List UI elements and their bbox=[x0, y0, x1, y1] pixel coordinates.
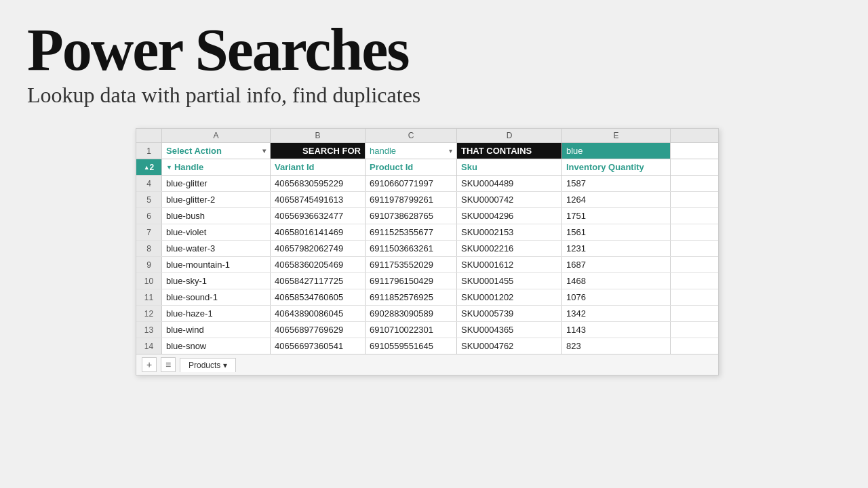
product-id-data-cell: 6911753552029 bbox=[366, 257, 457, 272]
qty-data-cell: 1143 bbox=[562, 322, 671, 338]
variant-id-data-cell: 40658534760605 bbox=[271, 289, 366, 305]
col-letters-row: A B C D E bbox=[136, 129, 718, 143]
table-row: 7 blue-violet 40658016141469 69115253556… bbox=[136, 224, 718, 241]
handle-dropdown-icon[interactable]: ▾ bbox=[449, 147, 452, 155]
row-num-cell: 13 bbox=[136, 322, 162, 338]
variant-id-data-cell: 40658745491613 bbox=[271, 192, 366, 207]
product-id-data-cell: 6910559551645 bbox=[366, 338, 457, 354]
sheet-list-button[interactable]: ≡ bbox=[161, 357, 176, 372]
page-title: Power Searches bbox=[27, 20, 420, 80]
variant-id-data-cell: 40643890086045 bbox=[271, 306, 366, 321]
sku-data-cell: SKU0004489 bbox=[457, 176, 562, 191]
sku-data-cell: SKU0000742 bbox=[457, 192, 562, 207]
product-id-data-cell: 6911852576925 bbox=[366, 289, 457, 305]
handle-cell[interactable]: handle ▾ bbox=[366, 143, 457, 159]
blue-value: blue bbox=[566, 146, 583, 156]
handle-data-cell: blue-sky-1 bbox=[162, 273, 271, 289]
row-num-cell: 12 bbox=[136, 306, 162, 321]
handle-data-cell: blue-wind bbox=[162, 322, 271, 338]
qty-data-cell: 1076 bbox=[562, 289, 671, 305]
sort-down-icon: ▼ bbox=[166, 164, 172, 171]
qty-data-cell: 1264 bbox=[562, 192, 671, 207]
table-row: 11 blue-sound-1 40658534760605 691185257… bbox=[136, 289, 718, 306]
table-row: 13 blue-wind 40656897769629 691071002230… bbox=[136, 322, 718, 338]
col-header-a: A bbox=[162, 129, 271, 142]
variant-id-data-cell: 40656936632477 bbox=[271, 208, 366, 224]
product-id-data-cell: 6911978799261 bbox=[366, 192, 457, 207]
variant-id-data-cell: 40658360205469 bbox=[271, 257, 366, 272]
table-row: 12 blue-haze-1 40643890086045 6902883090… bbox=[136, 306, 718, 322]
row-num-cell: 6 bbox=[136, 208, 162, 224]
table-row: 4 blue-glitter 40656830595229 6910660771… bbox=[136, 176, 718, 192]
sort-up-icon: ▲ bbox=[144, 164, 150, 171]
qty-data-cell: 1468 bbox=[562, 273, 671, 289]
row-num-cell: 7 bbox=[136, 224, 162, 240]
qty-data-cell: 1751 bbox=[562, 208, 671, 224]
header-section: Power Searches Lookup data with partial … bbox=[27, 20, 420, 108]
col-header-handle: ▼ Handle bbox=[162, 159, 271, 175]
handle-data-cell: blue-violet bbox=[162, 224, 271, 240]
sku-data-cell: SKU0004365 bbox=[457, 322, 562, 338]
column-header-row: ▲ 2 ▼ Handle Variant Id Product Id Sku I… bbox=[136, 159, 718, 176]
col-header-e: E bbox=[562, 129, 671, 142]
product-id-data-cell: 6902883090589 bbox=[366, 306, 457, 321]
handle-data-cell: blue-glitter-2 bbox=[162, 192, 271, 207]
spreadsheet: A B C D E 1 Select Action ▾ SEARCH FOR h… bbox=[136, 128, 719, 375]
table-row: 5 blue-glitter-2 40658745491613 69119787… bbox=[136, 192, 718, 208]
that-contains-label: THAT CONTAINS bbox=[461, 146, 532, 156]
handle-data-cell: blue-glitter bbox=[162, 176, 271, 191]
select-action-label: Select Action bbox=[166, 146, 222, 156]
variant-id-data-cell: 40656697360541 bbox=[271, 338, 366, 354]
blue-cell[interactable]: blue bbox=[562, 143, 671, 159]
row-num-cell: 8 bbox=[136, 241, 162, 256]
products-tab-label: Products bbox=[189, 361, 220, 370]
row-num-cell: 5 bbox=[136, 192, 162, 207]
row-num-cell: 4 bbox=[136, 176, 162, 191]
qty-data-cell: 1687 bbox=[562, 257, 671, 272]
sku-data-cell: SKU0004762 bbox=[457, 338, 562, 354]
row-num-cell: 14 bbox=[136, 338, 162, 354]
sku-data-cell: SKU0001202 bbox=[457, 289, 562, 305]
col-header-inventory-qty: Inventory Quantity bbox=[562, 159, 671, 175]
sku-data-cell: SKU0004296 bbox=[457, 208, 562, 224]
tab-bar: + ≡ Products ▾ bbox=[136, 354, 718, 375]
col-header-d: D bbox=[457, 129, 562, 142]
handle-label: handle bbox=[370, 146, 396, 156]
product-id-data-cell: 6910660771997 bbox=[366, 176, 457, 191]
select-action-dropdown-icon[interactable]: ▾ bbox=[262, 147, 266, 155]
sku-data-cell: SKU0001455 bbox=[457, 273, 562, 289]
row-num-cell: 10 bbox=[136, 273, 162, 289]
product-id-data-cell: 6910738628765 bbox=[366, 208, 457, 224]
qty-data-cell: 1587 bbox=[562, 176, 671, 191]
handle-data-cell: blue-bush bbox=[162, 208, 271, 224]
handle-data-cell: blue-snow bbox=[162, 338, 271, 354]
add-sheet-button[interactable]: + bbox=[142, 357, 157, 372]
variant-id-data-cell: 40658427117725 bbox=[271, 273, 366, 289]
row-num-cell: 9 bbox=[136, 257, 162, 272]
qty-data-cell: 1561 bbox=[562, 224, 671, 240]
col-header-product-id: Product Id bbox=[366, 159, 457, 175]
data-rows: 4 blue-glitter 40656830595229 6910660771… bbox=[136, 176, 718, 354]
table-row: 8 blue-water-3 40657982062749 6911503663… bbox=[136, 241, 718, 257]
qty-data-cell: 1342 bbox=[562, 306, 671, 321]
table-row: 9 blue-mountain-1 40658360205469 6911753… bbox=[136, 257, 718, 273]
handle-data-cell: blue-water-3 bbox=[162, 241, 271, 256]
control-row: 1 Select Action ▾ SEARCH FOR handle ▾ TH… bbox=[136, 143, 718, 159]
variant-id-data-cell: 40657982062749 bbox=[271, 241, 366, 256]
table-row: 14 blue-snow 40656697360541 691055955164… bbox=[136, 338, 718, 354]
col-header-variant-id: Variant Id bbox=[271, 159, 366, 175]
corner-cell bbox=[136, 129, 162, 142]
row-num-cell: 11 bbox=[136, 289, 162, 305]
variant-id-data-cell: 40658016141469 bbox=[271, 224, 366, 240]
product-id-data-cell: 6910710022301 bbox=[366, 322, 457, 338]
handle-data-cell: blue-haze-1 bbox=[162, 306, 271, 321]
variant-id-data-cell: 40656830595229 bbox=[271, 176, 366, 191]
table-row: 10 blue-sky-1 40658427117725 69117961504… bbox=[136, 273, 718, 289]
select-action-cell[interactable]: Select Action ▾ bbox=[162, 143, 271, 159]
product-id-data-cell: 6911525355677 bbox=[366, 224, 457, 240]
sku-data-cell: SKU0002153 bbox=[457, 224, 562, 240]
table-row: 6 blue-bush 40656936632477 6910738628765… bbox=[136, 208, 718, 224]
products-tab[interactable]: Products ▾ bbox=[180, 358, 236, 372]
sku-data-cell: SKU0001612 bbox=[457, 257, 562, 272]
products-tab-arrow: ▾ bbox=[223, 361, 227, 370]
